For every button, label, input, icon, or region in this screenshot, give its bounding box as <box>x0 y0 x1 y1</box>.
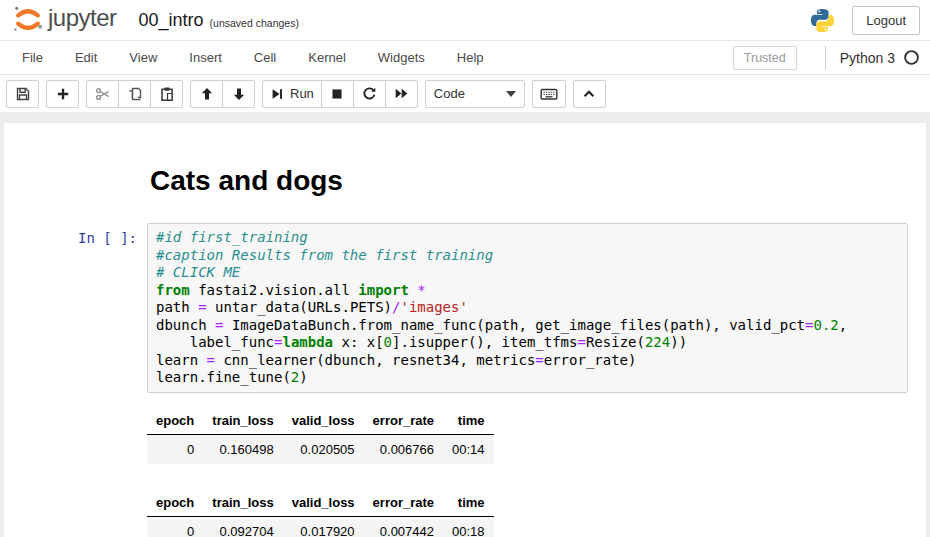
run-cell-button[interactable]: Run <box>262 80 322 108</box>
column-header: epoch <box>147 407 203 435</box>
code-line: # CLICK ME <box>156 264 899 282</box>
copy-icon <box>127 86 143 102</box>
cell-outputs: epochtrain_lossvalid_losserror_ratetime0… <box>147 407 926 537</box>
checkpoint-status: (unsaved changes) <box>210 17 299 29</box>
jupyter-logo-icon <box>10 2 46 38</box>
code-line: from fastai2.vision.all import * <box>156 282 899 300</box>
jupyter-logo[interactable]: jupyter <box>10 2 117 38</box>
python-logo-icon <box>809 7 836 34</box>
code-editor[interactable]: #id first_training#caption Results from … <box>147 223 908 393</box>
menu-bar: FileEditViewInsertCellKernelWidgetsHelp … <box>0 40 930 75</box>
code-line: learn = cnn_learner(dbunch, resnet34, me… <box>156 352 899 370</box>
notebook-background: Cats and dogs In [ ]: #id first_training… <box>0 112 930 537</box>
notebook-page: Cats and dogs In [ ]: #id first_training… <box>4 123 926 537</box>
code-line: dbunch = ImageDataBunch.from_name_func(p… <box>156 317 899 335</box>
cut-cell-button[interactable] <box>86 80 119 108</box>
table-cell: 00:14 <box>443 434 494 464</box>
table-cell: 0.017920 <box>283 516 364 537</box>
move-cell-up-button[interactable] <box>190 80 223 108</box>
command-palette-button[interactable] <box>532 80 566 108</box>
cell-type-value: Code <box>434 86 506 101</box>
menu-insert[interactable]: Insert <box>173 41 238 74</box>
stop-icon <box>330 87 344 101</box>
table-cell: 0.007442 <box>364 516 443 537</box>
restart-icon <box>362 86 377 101</box>
collapse-toolbar-button[interactable] <box>573 80 606 108</box>
jupyter-logo-text: jupyter <box>48 4 117 32</box>
chevron-up-icon <box>582 87 596 101</box>
cut-icon <box>95 86 111 102</box>
table-cell: 0.006766 <box>364 434 443 464</box>
training-results-table: epochtrain_lossvalid_losserror_ratetime0… <box>147 489 494 537</box>
code-line: path = untar_data(URLs.PETS)/'images' <box>156 299 899 317</box>
header: jupyter 00_intro (unsaved changes) Logou… <box>0 0 930 40</box>
column-header: valid_loss <box>283 407 364 435</box>
code-line: label_func=lambda x: x[0].isupper(), ite… <box>156 334 899 352</box>
move-cell-down-button[interactable] <box>222 80 255 108</box>
column-header: epoch <box>147 489 203 517</box>
restart-kernel-button[interactable] <box>353 80 386 108</box>
divider <box>825 46 826 70</box>
table-cell: 00:18 <box>443 516 494 537</box>
table-cell: 0 <box>147 434 203 464</box>
table-cell: 0.020505 <box>283 434 364 464</box>
menu-edit[interactable]: Edit <box>59 41 113 74</box>
run-button-label: Run <box>290 86 314 101</box>
toolbar: Run Code <box>0 75 930 112</box>
column-header: time <box>443 489 494 517</box>
column-header: train_loss <box>203 407 282 435</box>
logout-button[interactable]: Logout <box>852 6 920 35</box>
code-line: learn.fine_tune(2) <box>156 369 899 387</box>
code-line: #id first_training <box>156 229 899 247</box>
add-cell-icon <box>55 86 71 102</box>
restart-run-all-button[interactable] <box>385 80 418 108</box>
move-up-icon <box>199 86 215 102</box>
save-button[interactable] <box>6 80 39 108</box>
column-header: valid_loss <box>283 489 364 517</box>
column-header: error_rate <box>364 407 443 435</box>
training-results-table: epochtrain_lossvalid_losserror_ratetime0… <box>147 407 494 464</box>
menu-view[interactable]: View <box>113 41 173 74</box>
markdown-heading[interactable]: Cats and dogs <box>150 165 926 197</box>
kernel-idle-icon <box>903 49 920 66</box>
trusted-badge[interactable]: Trusted <box>733 46 797 70</box>
keyboard-icon <box>540 86 558 102</box>
copy-cell-button[interactable] <box>118 80 151 108</box>
kernel-name: Python 3 <box>840 50 895 66</box>
menu-widgets[interactable]: Widgets <box>362 41 441 74</box>
menu-cell[interactable]: Cell <box>238 41 292 74</box>
code-cell: In [ ]: #id first_training#caption Resul… <box>4 223 926 393</box>
table-cell: 0 <box>147 516 203 537</box>
menu-kernel[interactable]: Kernel <box>292 41 362 74</box>
menu-bar-items: FileEditViewInsertCellKernelWidgetsHelp <box>6 41 500 74</box>
paste-icon <box>159 86 175 102</box>
cell-type-dropdown[interactable]: Code <box>425 80 525 108</box>
step-forward-icon <box>270 87 284 101</box>
input-prompt: In [ ]: <box>4 223 147 246</box>
save-icon <box>15 86 31 102</box>
insert-cell-below-button[interactable] <box>46 80 79 108</box>
restart-run-all-icon <box>394 86 409 101</box>
menu-help[interactable]: Help <box>441 41 500 74</box>
code-line: #caption Results from the first training <box>156 247 899 265</box>
menu-file[interactable]: File <box>6 41 59 74</box>
table-cell: 0.160498 <box>203 434 282 464</box>
paste-cell-button[interactable] <box>150 80 183 108</box>
table-cell: 0.092704 <box>203 516 282 537</box>
interrupt-kernel-button[interactable] <box>321 80 354 108</box>
column-header: train_loss <box>203 489 282 517</box>
column-header: time <box>443 407 494 435</box>
notebook-title[interactable]: 00_intro <box>139 10 204 31</box>
caret-down-icon <box>506 91 516 97</box>
table-row: 00.1604980.0205050.00676600:14 <box>147 434 494 464</box>
column-header: error_rate <box>364 489 443 517</box>
move-down-icon <box>231 86 247 102</box>
table-row: 00.0927040.0179200.00744200:18 <box>147 516 494 537</box>
